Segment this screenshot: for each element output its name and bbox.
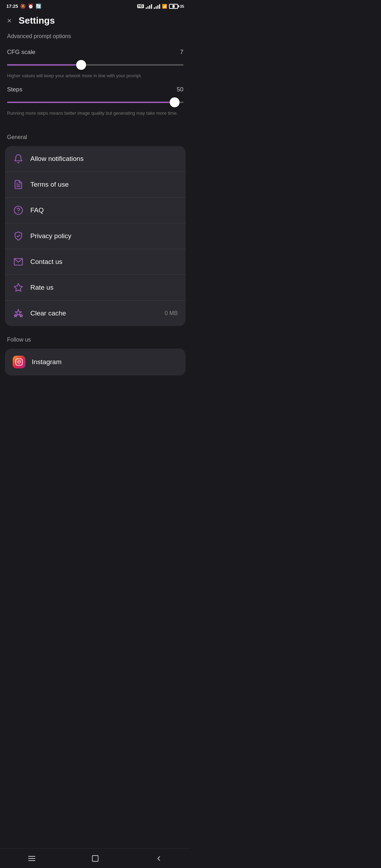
cfg-scale-label: CFG scale bbox=[7, 49, 35, 56]
follow-card: Instagram bbox=[5, 349, 186, 375]
close-button[interactable]: × bbox=[7, 17, 12, 25]
hd-badge: HD bbox=[137, 4, 144, 8]
cfg-scale-thumb[interactable] bbox=[76, 60, 86, 70]
steps-value: 50 bbox=[177, 86, 183, 93]
faq-item[interactable]: FAQ bbox=[5, 198, 186, 223]
steps-hint: Running more steps means better image qu… bbox=[7, 110, 183, 116]
cfg-scale-hint: Higher values will keep your artwork mor… bbox=[7, 73, 183, 79]
cfg-scale-track bbox=[7, 64, 183, 66]
rate-us-item[interactable]: Rate us bbox=[5, 275, 186, 301]
svg-rect-9 bbox=[16, 359, 22, 365]
steps-row: Steps 50 Running more steps means better… bbox=[7, 86, 183, 116]
sliders-section: CFG scale 7 Higher values will keep your… bbox=[0, 45, 190, 134]
steps-slider[interactable] bbox=[7, 98, 183, 107]
mute-icon: 🔕 bbox=[20, 4, 26, 9]
cfg-scale-value: 7 bbox=[180, 49, 183, 56]
cfg-scale-slider[interactable] bbox=[7, 61, 183, 69]
faq-label: FAQ bbox=[30, 206, 178, 214]
mail-icon bbox=[13, 256, 24, 267]
shield-check-icon bbox=[13, 230, 24, 242]
privacy-policy-label: Privacy policy bbox=[30, 232, 178, 240]
sync-icon: 🔄 bbox=[36, 4, 41, 9]
star-icon bbox=[13, 282, 24, 293]
steps-track bbox=[7, 102, 183, 103]
steps-fill bbox=[7, 102, 175, 103]
rate-us-label: Rate us bbox=[30, 284, 178, 291]
clear-cache-value: 0 MB bbox=[165, 310, 178, 317]
cfg-scale-fill bbox=[7, 64, 81, 66]
instagram-item[interactable]: Instagram bbox=[5, 349, 186, 375]
document-icon bbox=[13, 179, 24, 190]
steps-thumb[interactable] bbox=[170, 97, 180, 107]
general-card: Allow notifications Terms of use bbox=[5, 146, 186, 326]
allow-notifications-item[interactable]: Allow notifications bbox=[5, 146, 186, 172]
signal-bars-2 bbox=[154, 4, 160, 9]
steps-header: Steps 50 bbox=[7, 86, 183, 93]
terms-of-use-item[interactable]: Terms of use bbox=[5, 172, 186, 198]
time: 17:25 bbox=[6, 4, 18, 9]
battery-percent: 35 bbox=[180, 4, 184, 8]
contact-us-item[interactable]: Contact us bbox=[5, 249, 186, 275]
terms-of-use-label: Terms of use bbox=[30, 181, 178, 188]
battery-icon bbox=[169, 4, 178, 9]
clear-cache-item[interactable]: Clear cache 0 MB bbox=[5, 301, 186, 326]
signal-bars-1 bbox=[146, 4, 152, 9]
contact-us-label: Contact us bbox=[30, 258, 178, 266]
wifi-icon: 📶 bbox=[162, 4, 167, 9]
svg-marker-5 bbox=[14, 284, 22, 291]
follow-section-label: Follow us bbox=[0, 337, 190, 349]
page-title: Settings bbox=[19, 15, 55, 26]
steps-label: Steps bbox=[7, 86, 22, 93]
clear-cache-label: Clear cache bbox=[30, 309, 158, 317]
cfg-scale-header: CFG scale 7 bbox=[7, 49, 183, 56]
allow-notifications-label: Allow notifications bbox=[30, 155, 178, 163]
privacy-policy-item[interactable]: Privacy policy bbox=[5, 223, 186, 249]
instagram-label: Instagram bbox=[32, 358, 61, 366]
general-section-label: General bbox=[0, 134, 190, 146]
follow-section: Instagram bbox=[0, 349, 190, 375]
alarm-icon: ⏰ bbox=[28, 4, 34, 9]
instagram-icon bbox=[13, 356, 25, 368]
status-right: HD 📶 35 bbox=[137, 4, 184, 9]
status-bar: 17:25 🔕 ⏰ 🔄 HD 📶 35 bbox=[0, 0, 190, 11]
question-icon bbox=[13, 205, 24, 216]
cfg-scale-row: CFG scale 7 Higher values will keep your… bbox=[7, 49, 183, 79]
advanced-section-label: Advanced prompt options bbox=[0, 33, 190, 45]
stars-icon bbox=[13, 308, 24, 319]
header: × Settings bbox=[0, 11, 190, 33]
bell-icon bbox=[13, 153, 24, 164]
status-left: 17:25 🔕 ⏰ 🔄 bbox=[6, 4, 41, 9]
